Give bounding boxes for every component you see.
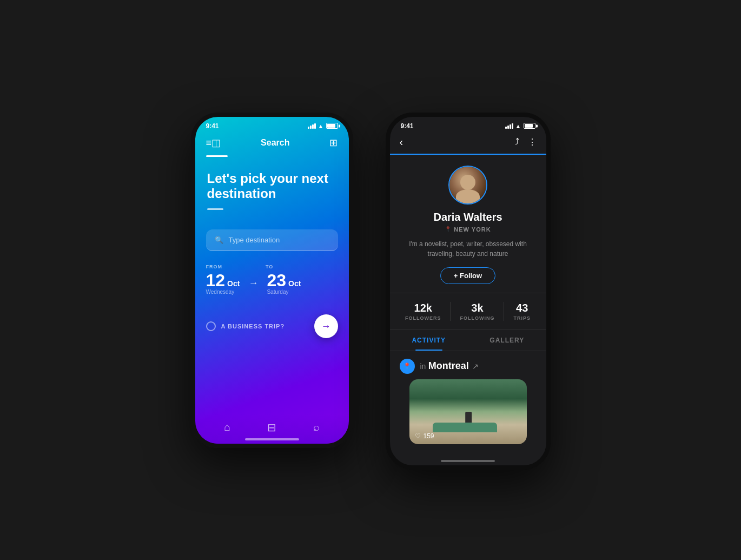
share-icon[interactable]: ⤴	[515, 137, 519, 147]
photo-likes: 159	[424, 432, 434, 440]
top-actions: ⤴ ⋮	[515, 137, 537, 147]
followers-label: FOLLOWERS	[405, 315, 441, 321]
search-nav-icon: ⌕	[313, 421, 320, 433]
battery-icon-1	[326, 123, 338, 129]
tabs-section: ACTIVITY GALLERY	[390, 330, 546, 351]
from-date-detail: 12 Oct	[206, 272, 240, 289]
signal-icon-1	[308, 123, 316, 129]
status-icons-2: ▲	[505, 123, 535, 129]
status-bar-2: 9:41 ▲	[390, 117, 546, 133]
to-month: Oct	[288, 279, 301, 288]
back-button[interactable]: ‹	[400, 136, 403, 148]
search-icon: 🔍	[215, 236, 223, 244]
home-icon: ⌂	[224, 421, 230, 433]
date-labels: FROM TO	[206, 264, 338, 269]
hero-section: Let's pick your next destination	[195, 166, 349, 221]
trips-stat: 43 TRIPS	[513, 302, 531, 321]
following-stat: 3k FOLLOWING	[460, 302, 494, 321]
battery-icon-2	[524, 123, 535, 129]
external-link-icon: ↗	[472, 362, 479, 371]
tab-gallery[interactable]: GALLERY	[468, 330, 546, 351]
location-pin-icon: 📍	[445, 226, 452, 232]
business-label: A BUSINESS TRIP?	[221, 323, 285, 330]
top-nav-2: ‹ ⤴ ⋮	[390, 133, 546, 154]
to-date-detail: 23 Oct	[267, 272, 301, 289]
trips-count: 43	[516, 302, 528, 314]
signal-icon-2	[505, 123, 513, 129]
following-label: FOLLOWING	[460, 315, 494, 321]
check-circle	[206, 321, 216, 331]
from-label: FROM	[206, 264, 223, 269]
tab-activity-label: ACTIVITY	[412, 337, 446, 344]
profile-section: Daria Walters 📍 NEW YORK I'm a novelist,…	[390, 155, 546, 293]
from-day: 12	[206, 272, 226, 289]
avatar	[449, 167, 486, 203]
photo-card[interactable]: ♡ 159	[409, 379, 527, 444]
home-indicator-2	[441, 460, 495, 462]
stats-section: 12k FOLLOWERS 3k FOLLOWING 43 TRIPS	[390, 293, 546, 330]
activity-text-block: in Montreal ↗	[420, 360, 479, 372]
home-nav-item[interactable]: ⌂	[224, 421, 230, 433]
from-date[interactable]: 12 Oct Wednesday	[206, 272, 240, 295]
tab-activity[interactable]: ACTIVITY	[390, 330, 468, 351]
phone-1-frame: 9:41 ▲ ≡◫ Search ⊞ Let's pick your next …	[191, 113, 353, 448]
photo-overlay: ♡ 159	[415, 432, 434, 440]
search-nav-item[interactable]: ⌕	[313, 421, 320, 433]
time-2: 9:41	[401, 122, 414, 130]
hero-heading: Let's pick your next destination	[207, 171, 337, 202]
followers-stat: 12k FOLLOWERS	[405, 302, 441, 321]
filter-icon: ⊟	[267, 421, 276, 434]
business-check[interactable]: A BUSINESS TRIP?	[206, 321, 285, 331]
activity-city: Montreal	[428, 360, 469, 371]
search-placeholder: Type destination	[229, 236, 280, 244]
activity-row: 📍 in Montreal ↗	[400, 359, 537, 374]
nav-bar-1: ≡◫ Search ⊞	[195, 133, 349, 155]
time-1: 9:41	[206, 122, 219, 130]
search-box[interactable]: 🔍 Type destination	[206, 229, 338, 251]
stat-divider-2	[504, 302, 504, 321]
status-icons-1: ▲	[308, 123, 338, 129]
nav-title-1: Search	[261, 138, 289, 148]
location-text: NEW YORK	[454, 226, 491, 233]
from-dayname: Wednesday	[206, 289, 240, 295]
to-date[interactable]: 23 Oct Saturday	[267, 272, 301, 295]
following-count: 3k	[471, 302, 483, 314]
trips-label: TRIPS	[513, 315, 531, 321]
to-label: TO	[266, 264, 273, 269]
followers-count: 12k	[414, 302, 432, 314]
heart-icon: ♡	[415, 432, 421, 440]
user-bio: I'm a novelist, poet, writer, obssesed w…	[401, 239, 535, 259]
activity-section: 📍 in Montreal ↗ ♡ 159	[390, 351, 546, 450]
phone-2-frame: 9:41 ▲ ‹ ⤴ ⋮ Daria Walters 📍 NEW YORK	[386, 113, 551, 470]
from-month: Oct	[227, 279, 240, 288]
avatar-container	[448, 166, 487, 205]
stat-divider-1	[450, 302, 451, 321]
wifi-icon-1: ▲	[318, 123, 324, 129]
accent-line	[207, 208, 223, 210]
wifi-icon-2: ▲	[515, 123, 521, 129]
follow-button[interactable]: + Follow	[440, 267, 495, 284]
home-indicator-1	[245, 438, 299, 440]
date-section: FROM TO 12 Oct Wednesday → 23 Oct Saturd…	[195, 260, 349, 304]
location-badge: 📍	[400, 359, 415, 374]
more-icon[interactable]: ⋮	[528, 137, 537, 147]
go-button[interactable]: →	[314, 314, 338, 338]
to-day: 23	[267, 272, 286, 289]
tab-indicator-1	[206, 155, 228, 157]
go-arrow-icon: →	[321, 321, 331, 332]
layout-icon[interactable]: ⊞	[329, 137, 338, 149]
user-name: Daria Walters	[433, 211, 502, 223]
user-location: 📍 NEW YORK	[445, 226, 491, 233]
filter-nav-item[interactable]: ⊟	[267, 421, 276, 434]
status-bar-1: 9:41 ▲	[195, 117, 349, 133]
tab-gallery-label: GALLERY	[489, 337, 524, 344]
date-arrow: →	[248, 278, 258, 289]
date-row: 12 Oct Wednesday → 23 Oct Saturday	[206, 272, 338, 295]
business-row: A BUSINESS TRIP? →	[195, 304, 349, 344]
location-badge-icon: 📍	[403, 363, 411, 370]
menu-icon[interactable]: ≡◫	[206, 137, 221, 149]
activity-in-text: in	[420, 362, 426, 371]
to-dayname: Saturday	[267, 289, 301, 295]
